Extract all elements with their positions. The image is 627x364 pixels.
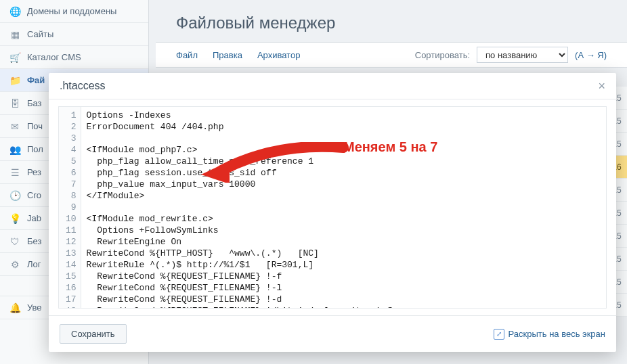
code-line[interactable] — [87, 202, 393, 213]
stack-icon: ☰ — [9, 167, 20, 178]
line-number: 17 — [66, 294, 77, 305]
database-icon: 🗄 — [9, 98, 20, 109]
globe-icon: 🌐 — [9, 6, 20, 17]
code-line[interactable]: php_flag allow_call_time_pass_reference … — [87, 156, 393, 167]
code-line[interactable]: php_value max_input_vars 10000 — [87, 179, 393, 190]
line-number: 8 — [66, 190, 77, 202]
code-content[interactable]: Options -IndexesErrorDocument 404 /404.p… — [81, 107, 398, 309]
sidebar-item-label: Фай — [27, 75, 45, 85]
gear-icon: ⚙ — [9, 259, 20, 270]
modal-footer: Сохранить ⤢ Раскрыть на весь экран — [49, 315, 616, 352]
line-number: 16 — [66, 282, 77, 294]
sidebar-item-label: Jab — [27, 213, 41, 223]
line-number: 2 — [66, 121, 77, 133]
line-number: 12 — [66, 236, 77, 248]
modal-header: .htaccess × — [49, 73, 616, 99]
sidebar-item-label: Уве — [27, 302, 42, 313]
sort-direction[interactable]: (А → Я) — [575, 50, 607, 60]
sidebar-item-label: Cro — [27, 190, 41, 200]
code-line[interactable]: RewriteEngine On — [87, 236, 393, 248]
sort-group: Сортировать: по названию (А → Я) — [415, 47, 607, 63]
folder-icon: 📁 — [9, 75, 20, 86]
bell-icon: 🔔 — [9, 302, 20, 313]
line-number: 13 — [66, 248, 77, 259]
code-line[interactable]: <IfModule mod_rewrite.c> — [87, 213, 393, 225]
code-line[interactable]: RewriteCond %{REQUEST_FILENAME} !-l — [87, 282, 393, 294]
shield-icon: 🛡 — [9, 236, 20, 247]
sidebar-item-label: Домены и поддомены — [27, 6, 116, 16]
code-line[interactable]: Options -Indexes — [87, 110, 393, 121]
line-number: 11 — [66, 225, 77, 236]
sidebar-item-label: Рез — [27, 167, 41, 177]
code-editor[interactable]: 1234567891011121314151617181920212223 Op… — [58, 106, 607, 309]
line-number: 4 — [66, 144, 77, 156]
fm-toolbar: Файл Правка Архиватор Сортировать: по на… — [156, 42, 627, 68]
code-line[interactable]: RewriteCond %{REQUEST_FILENAME} !-f — [87, 271, 393, 282]
line-number: 7 — [66, 179, 77, 190]
editor-modal: .htaccess × 1234567891011121314151617181… — [49, 73, 616, 352]
expand-icon: ⤢ — [494, 329, 504, 340]
line-number: 10 — [66, 213, 77, 225]
line-number: 1 — [66, 110, 77, 121]
line-number: 6 — [66, 167, 77, 179]
grid-icon: ▦ — [9, 29, 20, 40]
code-line[interactable]: Options +FollowSymLinks — [87, 225, 393, 236]
users-icon: 👥 — [9, 144, 20, 155]
sidebar-item-label: Без — [27, 236, 41, 246]
menu-archive[interactable]: Архиватор — [257, 50, 301, 60]
mail-icon: ✉ — [9, 121, 20, 132]
line-number: 9 — [66, 202, 77, 213]
code-line[interactable]: <IfModule mod_php7.c> — [87, 144, 393, 156]
code-line[interactable]: RewriteCond %{REQUEST_FILENAME} !-d — [87, 294, 393, 305]
line-number: 15 — [66, 271, 77, 282]
code-line[interactable]: RewriteRule ^(.*)$ http://%1/$1 [R=301,L… — [87, 259, 393, 271]
save-button[interactable]: Сохранить — [60, 324, 127, 344]
sidebar-item-label: Лог — [27, 259, 41, 269]
line-gutter: 1234567891011121314151617181920212223 — [59, 107, 81, 309]
sidebar-item-domains[interactable]: 🌐 Домены и поддомены — [0, 0, 148, 23]
line-number: 5 — [66, 156, 77, 167]
sort-select[interactable]: по названию — [477, 47, 568, 63]
page-title: Файловый менеджер — [156, 0, 627, 42]
sort-label: Сортировать: — [415, 50, 470, 60]
fullscreen-button[interactable]: ⤢ Раскрыть на весь экран — [494, 329, 605, 340]
line-number: 3 — [66, 133, 77, 144]
modal-title: .htaccess — [60, 80, 106, 92]
sidebar-item-label: Пол — [27, 144, 43, 154]
line-number: 18 — [66, 305, 77, 309]
cart-icon: 🛒 — [9, 52, 20, 63]
close-icon[interactable]: × — [598, 80, 605, 92]
clock-icon: 🕑 — [9, 190, 20, 201]
code-line[interactable]: RewriteCond %{REQUEST_FILENAME} !/bitrix… — [87, 305, 393, 309]
code-line[interactable] — [87, 133, 393, 144]
fullscreen-label: Раскрыть на весь экран — [509, 329, 605, 339]
sidebar-item-label: Сайты — [27, 29, 53, 39]
code-line[interactable]: php_flag session.use_trans_sid off — [87, 167, 393, 179]
code-line[interactable]: ErrorDocument 404 /404.php — [87, 121, 393, 133]
code-line[interactable]: RewriteCond %{HTTP_HOST} ^www\.(.*) [NC] — [87, 248, 393, 259]
sidebar-item-label: Каталог CMS — [27, 52, 81, 62]
line-number: 14 — [66, 259, 77, 271]
sidebar-item-label: Поч — [27, 121, 43, 131]
sidebar-item-label: Баз — [27, 98, 42, 108]
sidebar-item-sites[interactable]: ▦ Сайты — [0, 23, 148, 46]
main: Файловый менеджер Файл Правка Архиватор … — [156, 0, 627, 68]
bulb-icon: 💡 — [9, 213, 20, 224]
code-line[interactable]: </IfModule> — [87, 190, 393, 202]
sidebar-item-cms[interactable]: 🛒 Каталог CMS — [0, 46, 148, 69]
menu-file[interactable]: Файл — [176, 50, 198, 60]
menu-edit[interactable]: Правка — [213, 50, 242, 60]
